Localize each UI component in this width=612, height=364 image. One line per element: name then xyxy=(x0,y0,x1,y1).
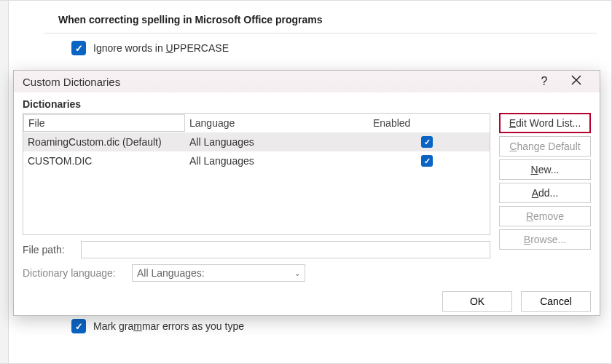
custom-dictionaries-dialog: Custom Dictionaries ? Dictionaries File … xyxy=(13,70,600,316)
section-heading: When correcting spelling in Microsoft Of… xyxy=(44,8,597,33)
dict-language: All Languages xyxy=(185,153,369,169)
dict-row[interactable]: CUSTOM.DIC All Languages ✓ xyxy=(23,151,490,170)
grid-header: File Language Enabled xyxy=(23,114,490,132)
close-icon xyxy=(571,75,581,88)
enabled-checkbox[interactable]: ✓ xyxy=(421,155,433,167)
remove-button[interactable]: Remove xyxy=(499,206,591,226)
dictionaries-label: Dictionaries xyxy=(23,97,591,113)
add-button[interactable]: Add... xyxy=(499,183,591,203)
cancel-button[interactable]: Cancel xyxy=(521,291,591,312)
checkbox-ignore-uppercase[interactable]: ✓ Ignore words in UPPERCASE xyxy=(44,33,597,55)
dict-row[interactable]: RoamingCustom.dic (Default) All Language… xyxy=(23,132,490,151)
file-path-label: File path: xyxy=(23,244,74,256)
edit-word-list-button[interactable]: Edit Word List... xyxy=(499,113,591,133)
ok-button[interactable]: OK xyxy=(442,291,512,312)
dictionary-language-label: Dictionary language: xyxy=(23,267,125,279)
dialog-titlebar: Custom Dictionaries ? xyxy=(14,71,600,92)
dictionary-language-select[interactable]: All Languages: ⌄ xyxy=(132,264,305,282)
dict-file: CUSTOM.DIC xyxy=(23,153,185,169)
change-default-button[interactable]: Change Default xyxy=(499,136,591,157)
checkbox-label: Ignore words in UPPERCASE xyxy=(93,42,229,54)
file-path-field[interactable] xyxy=(81,241,490,258)
help-button[interactable]: ? xyxy=(528,71,560,92)
dialog-title: Custom Dictionaries xyxy=(23,76,120,88)
dictionaries-list[interactable]: File Language Enabled RoamingCustom.dic … xyxy=(23,113,490,235)
browse-button[interactable]: Browse... xyxy=(499,229,591,250)
col-language[interactable]: Language xyxy=(185,115,369,131)
dialog-footer: OK Cancel xyxy=(14,288,600,315)
new-button[interactable]: New... xyxy=(499,159,591,180)
dict-file: RoamingCustom.dic (Default) xyxy=(23,134,185,150)
close-button[interactable] xyxy=(560,71,592,92)
check-icon: ✓ xyxy=(71,41,86,55)
enabled-checkbox[interactable]: ✓ xyxy=(421,136,433,148)
dict-language: All Languages xyxy=(185,134,369,150)
chevron-down-icon: ⌄ xyxy=(294,269,300,277)
check-icon: ✓ xyxy=(71,319,86,333)
col-enabled[interactable]: Enabled xyxy=(369,115,485,131)
checkbox-label: Mark grammar errors as you type xyxy=(93,320,244,332)
col-file[interactable]: File xyxy=(23,114,185,132)
select-value: All Languages: xyxy=(137,267,205,279)
